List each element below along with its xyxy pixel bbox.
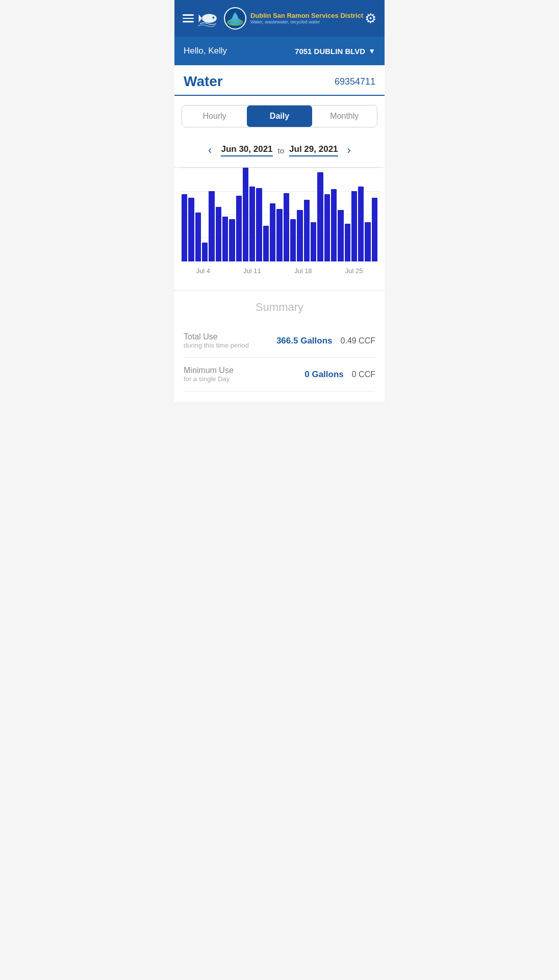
fish-logo <box>198 8 222 29</box>
chart-bars <box>180 168 379 261</box>
chart-bar <box>188 198 194 261</box>
next-period-button[interactable]: › <box>343 142 355 159</box>
chart-bar <box>345 224 350 261</box>
tab-daily[interactable]: Daily <box>247 105 312 127</box>
summary-section: Summary Total Use during this time perio… <box>174 290 385 402</box>
chart-labels: Jul 4 Jul 11 Jul 18 Jul 25 <box>180 261 379 280</box>
address-text: 7051 DUBLIN BLVD <box>295 47 365 56</box>
address-bar: Hello, Kelly 7051 DUBLIN BLVD ▼ <box>174 37 385 65</box>
minimum-use-ccf: 0 CCF <box>352 370 375 379</box>
tab-monthly[interactable]: Monthly <box>312 105 377 127</box>
svg-point-0 <box>202 14 217 23</box>
total-use-values: 366.5 Gallons 0.49 CCF <box>276 336 375 346</box>
chart-bar <box>263 226 269 261</box>
settings-button[interactable]: ⚙ <box>365 11 376 27</box>
tab-hourly[interactable]: Hourly <box>182 105 247 127</box>
gear-icon: ⚙ <box>365 11 376 26</box>
chart-bar <box>365 222 370 261</box>
chart-bar <box>216 207 221 261</box>
total-use-sub: during this time period <box>184 341 249 349</box>
chart-bar <box>209 191 214 261</box>
dsrsd-emblem <box>224 7 246 30</box>
total-use-title: Total Use <box>184 332 249 341</box>
top-nav: Dublin San Ramon Services District Water… <box>174 0 385 37</box>
chart-bar <box>317 172 323 261</box>
chart-label-jul11: Jul 11 <box>243 267 261 275</box>
prev-period-button[interactable]: ‹ <box>204 142 216 159</box>
end-date: Jul 29, 2021 <box>289 144 338 156</box>
chart-bar <box>195 213 201 261</box>
chart-bar <box>351 191 357 261</box>
chart-bar <box>324 194 330 261</box>
chart-bar <box>236 196 242 261</box>
menu-icon[interactable] <box>183 14 194 22</box>
chart-label-jul25: Jul 25 <box>345 267 363 275</box>
chart-bar <box>270 203 275 261</box>
chart-area: Jul 4 Jul 11 Jul 18 Jul 25 <box>174 168 385 290</box>
chart-bar <box>338 210 343 261</box>
minimum-use-sub: for a single Day <box>184 375 234 383</box>
total-use-ccf: 0.49 CCF <box>341 336 375 346</box>
chart-bar <box>249 187 255 261</box>
chart-bar <box>222 217 228 261</box>
chart-bar <box>290 219 296 261</box>
chart-bar <box>276 209 282 261</box>
chart-bar <box>256 188 262 261</box>
minimum-use-gallons: 0 Gallons <box>304 369 344 380</box>
tab-selector: Hourly Daily Monthly <box>182 105 377 127</box>
chart-container: Jul 4 Jul 11 Jul 18 Jul 25 <box>180 168 379 280</box>
svg-point-2 <box>212 16 214 18</box>
chart-bar <box>304 200 310 261</box>
end-date-field[interactable]: Jul 29, 2021 <box>289 144 338 156</box>
chart-bar <box>372 198 377 261</box>
chart-label-jul18: Jul 18 <box>294 267 312 275</box>
chart-bar <box>284 193 289 261</box>
date-range: ‹ Jun 30, 2021 to Jul 29, 2021 › <box>174 137 385 168</box>
date-separator: to <box>278 146 285 155</box>
minimum-use-title: Minimum Use <box>184 366 234 375</box>
chart-bar <box>182 194 187 261</box>
chart-bar <box>229 219 235 261</box>
chart-bar <box>331 189 337 261</box>
org-name: Dublin San Ramon Services District <box>250 12 363 20</box>
total-use-label: Total Use during this time period <box>184 332 249 349</box>
account-number: 69354711 <box>335 76 375 87</box>
start-date: Jun 30, 2021 <box>221 144 272 156</box>
water-header: Water 69354711 <box>174 65 385 96</box>
address-selector[interactable]: 7051 DUBLIN BLVD ▼ <box>295 47 375 56</box>
chart-bar <box>297 210 302 261</box>
total-use-row: Total Use during this time period 366.5 … <box>184 324 375 358</box>
minimum-use-values: 0 Gallons 0 CCF <box>304 369 375 380</box>
chart-bar <box>202 243 208 261</box>
summary-title: Summary <box>184 301 375 314</box>
org-subtitle: Water, wastewater, recycled water <box>250 19 363 25</box>
chart-bar <box>358 187 364 261</box>
dsrsd-text: Dublin San Ramon Services District Water… <box>250 12 363 25</box>
minimum-use-label: Minimum Use for a single Day <box>184 366 234 383</box>
start-date-field[interactable]: Jun 30, 2021 <box>221 144 272 156</box>
page-title: Water <box>184 73 223 90</box>
svg-marker-1 <box>199 14 202 22</box>
minimum-use-row: Minimum Use for a single Day 0 Gallons 0… <box>184 358 375 391</box>
chart-bar <box>243 168 248 261</box>
chart-label-jul4: Jul 4 <box>196 267 210 275</box>
center-logo: Dublin San Ramon Services District Water… <box>224 7 363 30</box>
total-use-gallons: 366.5 Gallons <box>276 336 333 346</box>
chevron-down-icon: ▼ <box>368 47 375 55</box>
main-content: Water 69354711 Hourly Daily Monthly ‹ Ju… <box>174 65 385 402</box>
greeting-text: Hello, Kelly <box>184 46 227 56</box>
chart-bar <box>311 222 316 261</box>
nav-logo-left <box>183 8 222 29</box>
